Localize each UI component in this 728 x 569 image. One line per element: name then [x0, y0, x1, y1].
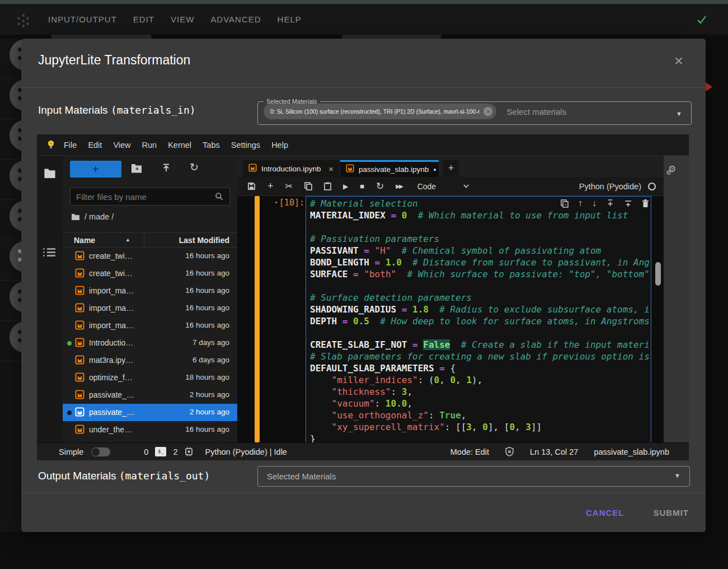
- file-list: create_twi…16 hours agocreate_twi…16 hou…: [63, 248, 237, 439]
- table-of-contents-icon[interactable]: [43, 246, 55, 258]
- run-cell-icon[interactable]: ▶: [343, 183, 348, 190]
- tab-passivate-slab[interactable]: passivate_slab.ipynb ●: [340, 160, 439, 177]
- app-logo-dots-icon[interactable]: [17, 14, 30, 27]
- status-filename[interactable]: passivate_slab.ipynb: [594, 447, 669, 456]
- property-inspector-gears-icon[interactable]: ⚙⚙: [668, 164, 676, 174]
- restart-run-all-icon[interactable]: ▶▶: [396, 183, 402, 189]
- upload-icon[interactable]: [161, 163, 171, 175]
- jupyter-menu-item[interactable]: Tabs: [203, 141, 220, 150]
- drag-handle-icon[interactable]: [10, 39, 21, 71]
- column-last-modified[interactable]: Last Modified: [179, 236, 229, 245]
- drag-handle-icon[interactable]: [10, 200, 21, 232]
- file-browser-icon[interactable]: [43, 168, 57, 180]
- terminal-count[interactable]: 0: [144, 447, 148, 456]
- output-materials-select[interactable]: Selected Materials ▼: [257, 466, 690, 487]
- drag-handle-icon[interactable]: [10, 241, 21, 272]
- new-launcher-button[interactable]: +: [70, 161, 121, 178]
- chevron-down-icon[interactable]: [463, 184, 469, 188]
- scrollbar-thumb[interactable]: [655, 262, 661, 286]
- file-modified-time: 16 hours ago: [185, 425, 229, 433]
- app-menu-item[interactable]: VIEW: [171, 15, 194, 24]
- editor-scrollbar[interactable]: [655, 196, 661, 442]
- app-menu-item[interactable]: INPUT/OUTPUT: [48, 15, 117, 24]
- kernel-count[interactable]: 2: [173, 447, 177, 456]
- cell-collapser[interactable]: [255, 196, 260, 442]
- app-menu-item[interactable]: ADVANCED: [210, 15, 261, 24]
- kernel-status-text[interactable]: Python (Pyodide) | Idle: [205, 447, 286, 456]
- shield-x-icon[interactable]: [505, 447, 514, 456]
- breadcrumb[interactable]: / made /: [71, 212, 114, 221]
- file-row[interactable]: import_ma…16 hours ago: [63, 282, 237, 300]
- jupyter-menu-item[interactable]: Help: [271, 141, 288, 150]
- insert-cell-above-icon[interactable]: [606, 199, 614, 207]
- file-row[interactable]: under_the…16 hours ago: [63, 421, 237, 439]
- jupyter-menu-item[interactable]: Kernel: [168, 141, 191, 150]
- cursor-position[interactable]: Ln 13, Col 27: [530, 447, 578, 456]
- dialog-close-icon[interactable]: ×: [674, 53, 683, 69]
- cancel-button[interactable]: CANCEL: [586, 508, 624, 517]
- refresh-icon[interactable]: ↻: [190, 161, 199, 174]
- tab-introduction[interactable]: Introduction.ipynb ×: [243, 160, 339, 177]
- jupyter-menu-item[interactable]: Run: [142, 141, 157, 150]
- drag-handle-icon[interactable]: [10, 281, 21, 313]
- kernel-running-dot: [67, 428, 72, 432]
- material-chip[interactable]: 0: Si, Silicon (100) surface (reconstruc…: [264, 104, 496, 119]
- drag-handle-icon[interactable]: [10, 120, 21, 151]
- paste-icon[interactable]: [324, 182, 331, 190]
- jupyter-menu-item[interactable]: View: [113, 141, 130, 150]
- search-icon[interactable]: [215, 192, 223, 203]
- duplicate-cell-icon[interactable]: +: [561, 199, 569, 208]
- file-row[interactable]: passivate_…2 hours ago: [63, 386, 237, 404]
- file-row[interactable]: create_twi…16 hours ago: [63, 248, 237, 265]
- kernel-chip-icon[interactable]: [184, 447, 194, 456]
- drag-handle-icon[interactable]: [10, 321, 21, 353]
- submit-button[interactable]: SUBMIT: [654, 508, 689, 517]
- file-row[interactable]: Introductio…7 days ago: [63, 334, 237, 352]
- kernel-status-icon[interactable]: [648, 183, 656, 190]
- code-editor[interactable]: # Material selectionMATERIAL_INDEX = 0 #…: [306, 196, 651, 442]
- jupyterlite-logo-icon[interactable]: [45, 139, 57, 152]
- jupyter-menu-item[interactable]: Settings: [231, 141, 260, 150]
- dropdown-arrow-icon[interactable]: ▼: [676, 110, 682, 117]
- tab-close-icon[interactable]: ×: [328, 164, 334, 174]
- save-icon[interactable]: [247, 182, 256, 190]
- terminal-icon[interactable]: $_: [155, 447, 166, 456]
- jupyter-menu-item[interactable]: Edit: [88, 141, 102, 150]
- file-row[interactable]: passivate_…2 hours ago: [63, 404, 237, 421]
- delete-cell-icon[interactable]: [642, 199, 649, 208]
- stop-kernel-icon[interactable]: ■: [360, 182, 364, 190]
- file-row[interactable]: optimize_f…18 hours ago: [63, 369, 237, 386]
- file-row[interactable]: import_ma…16 hours ago: [63, 300, 237, 317]
- file-row[interactable]: mat3ra.ipy…6 days ago: [63, 352, 237, 369]
- cell-type-select[interactable]: Code: [417, 182, 436, 191]
- move-cell-up-icon[interactable]: ↑: [578, 198, 583, 208]
- file-row[interactable]: create_twi…16 hours ago: [63, 265, 237, 282]
- file-row[interactable]: import_ma…16 hours ago: [63, 317, 237, 334]
- dropdown-arrow-icon[interactable]: ▼: [674, 472, 680, 479]
- selected-materials-field[interactable]: Selected Materials 0: Si, Silicon (100) …: [257, 98, 692, 125]
- column-name[interactable]: Name: [74, 236, 95, 245]
- drag-handle-icon[interactable]: [10, 160, 21, 192]
- move-cell-down-icon[interactable]: ↓: [592, 198, 597, 208]
- cut-icon[interactable]: ✂: [285, 181, 293, 192]
- jupyter-menu-item[interactable]: File: [64, 141, 77, 150]
- select-materials-placeholder[interactable]: Select materials: [506, 107, 566, 116]
- restart-kernel-icon[interactable]: ↻: [376, 180, 384, 192]
- check-icon[interactable]: [696, 13, 708, 28]
- kernel-running-dot: [67, 411, 72, 415]
- chip-remove-icon[interactable]: ×: [483, 107, 492, 116]
- kernel-name[interactable]: Python (Pyodide): [579, 182, 641, 191]
- new-tab-button[interactable]: +: [443, 160, 459, 177]
- unsaved-dot-icon[interactable]: ●: [433, 167, 436, 172]
- app-menu-item[interactable]: EDIT: [133, 15, 154, 24]
- copy-icon[interactable]: [304, 182, 312, 190]
- jupyterlite-panel: FileEditViewRunKernelTabsSettingsHelp + …: [37, 134, 689, 460]
- new-folder-icon[interactable]: +: [131, 163, 142, 175]
- simple-mode-toggle[interactable]: [91, 447, 110, 456]
- insert-cell-below-icon[interactable]: [624, 199, 632, 207]
- filter-files-input[interactable]: [70, 188, 230, 206]
- app-menu-item[interactable]: HELP: [278, 15, 302, 24]
- insert-cell-icon[interactable]: +: [267, 180, 274, 192]
- mode-indicator[interactable]: Mode: Edit: [450, 447, 489, 456]
- drag-handle-icon[interactable]: [10, 80, 21, 111]
